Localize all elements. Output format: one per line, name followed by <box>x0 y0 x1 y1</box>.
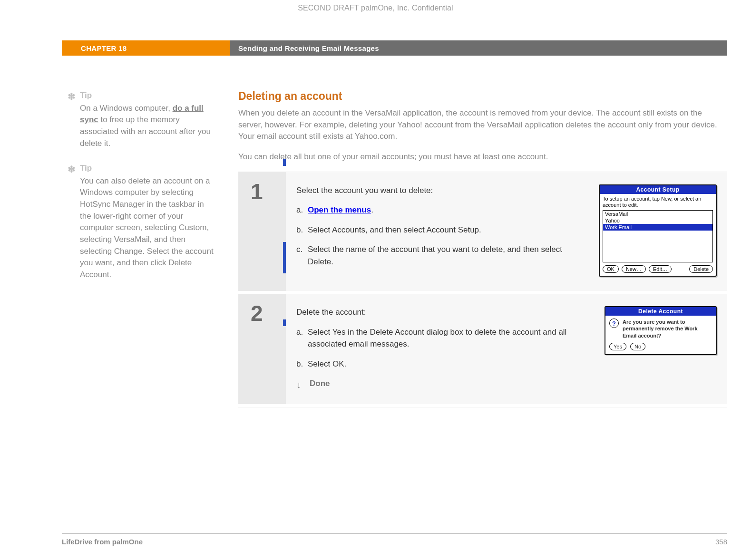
palm-button-row: OK New… Edit… Delete <box>603 265 713 273</box>
tip-star-icon: ✽ <box>68 90 76 104</box>
substep-letter: a. <box>296 204 308 216</box>
chapter-title: Sending and Receiving Email Messages <box>238 44 379 52</box>
chapter-number-cell: CHAPTER 18 <box>62 40 230 56</box>
ok-button[interactable]: OK <box>603 265 619 273</box>
substep-text: Select Yes in the Delete Account dialog … <box>308 326 591 350</box>
revision-mark-icon <box>283 319 286 326</box>
substep-letter: b. <box>296 224 308 236</box>
palm-account-setup-window: Account Setup To setup an account, tap N… <box>599 184 717 277</box>
tip-block-1: ✽ Tip On a Windows computer, do a full s… <box>80 90 215 149</box>
chapter-title-cell: Sending and Receiving Email Messages <box>230 40 727 56</box>
draft-watermark: SECOND DRAFT palmOne, Inc. Confidential <box>0 4 751 12</box>
step-body: Delete the account: a. Select Yes in the… <box>286 294 727 404</box>
main-column: Deleting an account When you delete an a… <box>230 90 727 407</box>
step-2: 2 Delete the account: a. Select Yes in t… <box>238 294 727 407</box>
arrow-down-icon <box>296 379 305 388</box>
tips-sidebar: ✽ Tip On a Windows computer, do a full s… <box>62 90 230 407</box>
chapter-header-bar: CHAPTER 18 Sending and Receiving Email M… <box>62 40 727 56</box>
intro-paragraph-2: You can delete all but one of your email… <box>238 151 727 163</box>
intro-paragraph-1: When you delete an account in the VersaM… <box>238 107 727 143</box>
substep-c: c. Select the name of the account that y… <box>296 243 585 268</box>
substep-a: a. Open the menus. <box>296 204 585 216</box>
page-content: CHAPTER 18 Sending and Receiving Email M… <box>62 40 727 531</box>
substep-b: b. Select OK. <box>296 358 591 370</box>
open-menus-link[interactable]: Open the menus <box>308 205 371 214</box>
revision-mark-icon <box>283 159 286 166</box>
account-setup-screenshot: Account Setup To setup an account, tap N… <box>599 184 717 277</box>
substep-a: a. Select Yes in the Delete Account dial… <box>296 326 591 350</box>
step-text: Delete the account: a. Select Yes in the… <box>296 306 591 390</box>
step-lead: Delete the account: <box>296 306 591 319</box>
question-icon: ? <box>609 319 619 328</box>
footer-page-number: 358 <box>715 538 727 546</box>
tip-star-icon: ✽ <box>68 163 76 176</box>
no-button[interactable]: No <box>630 343 645 350</box>
list-item[interactable]: VersaMail <box>603 211 712 217</box>
tip-text-pre: On a Windows computer, <box>80 104 173 113</box>
list-item[interactable]: Yahoo <box>603 217 712 224</box>
delete-button[interactable]: Delete <box>689 265 713 273</box>
section-heading: Deleting an account <box>238 90 727 103</box>
palm-setup-hint: To setup an account, tap New, or select … <box>603 196 713 209</box>
tip-body: You can also delete an account on a Wind… <box>80 175 215 281</box>
tip-label: Tip <box>80 90 215 102</box>
palm-dialog-title: Delete Account <box>605 307 716 316</box>
footer-product: LifeDrive from palmOne <box>62 538 143 546</box>
done-label: Done <box>310 377 330 390</box>
substep-text: Select OK. <box>308 358 591 370</box>
revision-mark-icon <box>283 242 286 273</box>
substep-text: Select Accounts, and then select Account… <box>308 224 585 236</box>
list-item-selected[interactable]: Work Email <box>603 224 712 231</box>
steps-container: 1 Select the account you want to delete:… <box>238 172 727 407</box>
step-text: Select the account you want to delete: a… <box>296 184 585 277</box>
substep-letter: c. <box>296 243 308 268</box>
palm-window-title: Account Setup <box>600 185 716 194</box>
dialog-button-row: Yes No <box>605 343 716 354</box>
content-columns: ✽ Tip On a Windows computer, do a full s… <box>62 90 727 407</box>
tip-block-2: ✽ Tip You can also delete an account on … <box>80 163 215 280</box>
yes-button[interactable]: Yes <box>609 343 626 350</box>
done-indicator: Done <box>296 377 591 390</box>
chapter-label: CHAPTER 18 <box>81 44 127 52</box>
edit-button[interactable]: Edit… <box>649 265 672 273</box>
dialog-question-text: Are you sure you want to permanently rem… <box>623 319 712 339</box>
substep-letter: a. <box>296 326 308 350</box>
step-lead: Select the account you want to delete: <box>296 184 585 197</box>
palm-account-list: VersaMail Yahoo Work Email <box>603 210 713 262</box>
page-footer: LifeDrive from palmOne 358 <box>62 533 727 546</box>
tip-body: On a Windows computer, do a full sync to… <box>80 103 215 150</box>
substep-b: b. Select Accounts, and then select Acco… <box>296 224 585 236</box>
delete-account-screenshot: Delete Account ? Are you sure you want t… <box>605 306 717 390</box>
step-body: Select the account you want to delete: a… <box>286 172 727 291</box>
tip-label: Tip <box>80 163 215 174</box>
step-number: 2 <box>238 294 286 404</box>
palm-delete-dialog: Delete Account ? Are you sure you want t… <box>605 306 717 355</box>
tip-text-post: to free up the memory associated with an… <box>80 115 211 147</box>
step-number: 1 <box>238 172 286 291</box>
substep-a-suffix: . <box>371 205 373 214</box>
substep-letter: b. <box>296 358 308 370</box>
substep-text: Select the name of the account that you … <box>308 243 585 268</box>
new-button[interactable]: New… <box>622 265 646 273</box>
step-1: 1 Select the account you want to delete:… <box>238 172 727 294</box>
